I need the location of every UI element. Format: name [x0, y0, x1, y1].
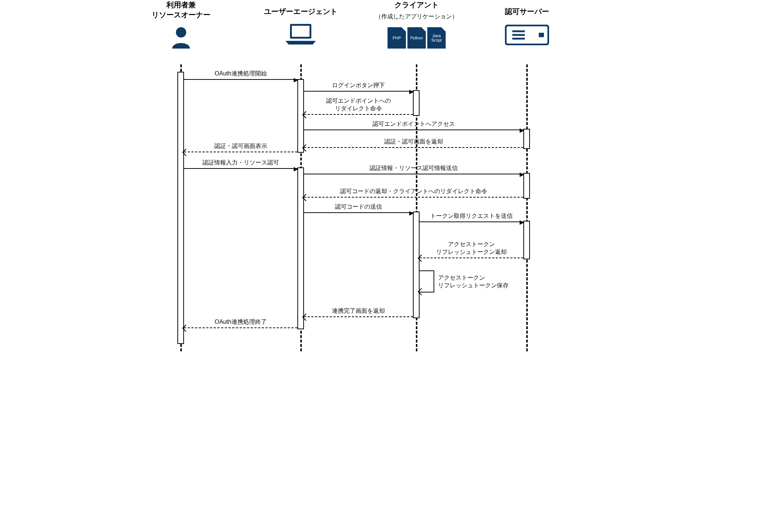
participant-client: クライアント （作成したアプリケーション） PHP Python Java Sc…: [369, 0, 464, 49]
msg-input-credentials: 認証情報入力・リソース認可: [184, 168, 297, 169]
msg-save-tokens-box: [420, 270, 434, 292]
activation-client-2: [413, 212, 420, 318]
msg-access-authz-endpoint: 認可エンドポイントへアクセス: [304, 130, 523, 130]
activation-client-1: [413, 90, 420, 116]
lifeline-server: [526, 64, 528, 351]
participant-agent: ユーザーエージェント: [255, 7, 347, 45]
participant-user-title1: 利用者兼: [166, 1, 196, 9]
msg-return-authz-code: 認可コードの返却・クライアントへのリダイレクト命令: [304, 197, 523, 198]
msg-oauth-start: OAuth連携処理開始: [184, 79, 297, 80]
person-icon: [171, 26, 191, 49]
participant-user: 利用者兼 リソースオーナー: [148, 0, 214, 49]
msg-token-request: トークン取得リクエストを送信: [420, 221, 523, 222]
msg-oauth-end: OAuth連携処理終了: [184, 327, 297, 328]
participant-server: 認可サーバー: [494, 7, 560, 45]
svg-point-0: [176, 27, 186, 38]
activation-server-2: [523, 173, 530, 199]
msg-show-authz-screen: 認証・認可画面表示: [184, 152, 297, 152]
laptop-icon: [284, 22, 317, 45]
activation-server-1: [523, 129, 530, 149]
msg-redirect-cmd: 認可エンドポイントへのリダイレクト命令: [304, 114, 413, 115]
activation-server-3: [523, 221, 530, 259]
msg-return-complete-screen: 連携完了画面を返却: [304, 316, 413, 317]
msg-return-authz-screen: 認証・認可画面を返却: [304, 147, 523, 148]
msg-login-button: ログインボタン押下: [304, 91, 413, 92]
svg-rect-7: [539, 33, 544, 37]
sequence-diagram: 利用者兼 リソースオーナー ユーザーエージェント クライアント （作成したアプリ…: [122, 0, 656, 364]
file-icon-python: Python: [407, 27, 426, 49]
participant-agent-title: ユーザーエージェント: [255, 7, 347, 17]
activation-user-main: [177, 72, 184, 344]
msg-send-credentials: 認証情報・リソース認可情報送信: [304, 174, 523, 174]
activation-agent-2: [297, 167, 304, 329]
code-file-icons: PHP Python Java Script: [388, 27, 446, 49]
msg-send-authz-code: 認可コードの送信: [304, 212, 413, 213]
participant-user-title2: リソースオーナー: [152, 11, 211, 19]
file-icon-php: PHP: [388, 27, 406, 49]
server-icon: [505, 25, 549, 45]
svg-rect-2: [292, 26, 310, 37]
participant-client-subtitle: （作成したアプリケーション）: [369, 13, 464, 21]
msg-save-tokens-label: アクセストークン リフレッシュトークン保存: [438, 274, 509, 290]
participant-client-title: クライアント: [369, 0, 464, 10]
msg-token-response: アクセストークンリフレッシュトークン返却: [420, 258, 523, 258]
file-icon-js: Java Script: [427, 27, 446, 49]
participant-server-title: 認可サーバー: [494, 7, 560, 17]
